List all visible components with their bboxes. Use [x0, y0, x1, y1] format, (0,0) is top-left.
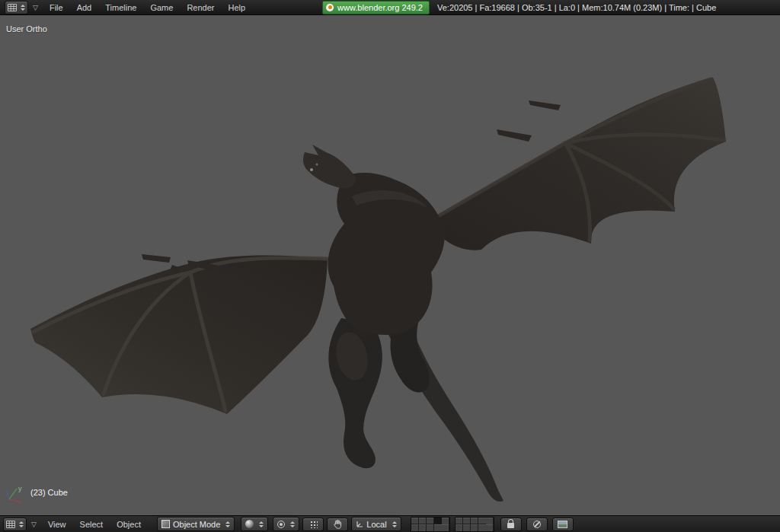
header-collapse-icon[interactable]: ▽ — [28, 4, 43, 11]
render-image-icon — [558, 521, 567, 528]
layer-toggle[interactable] — [463, 518, 471, 524]
blender-logo-icon — [326, 4, 334, 11]
version-badge-button[interactable]: www.blender.org 249.2 — [322, 1, 430, 14]
layer-buttons-block-1 — [411, 517, 450, 532]
layer-buttons-block-2 — [455, 517, 494, 532]
window-type-arrows-icon — [21, 5, 25, 11]
orientation-label: Local — [366, 520, 386, 529]
object-mode-icon — [161, 520, 170, 528]
dragon-head[interactable] — [303, 145, 356, 188]
layer-toggle[interactable] — [478, 524, 486, 531]
pivot-dropdown[interactable] — [273, 517, 299, 531]
layer-toggle[interactable] — [463, 524, 471, 531]
layer-toggle[interactable] — [411, 518, 419, 524]
proportional-edit-button[interactable] — [526, 518, 548, 531]
menu-item[interactable]: View — [41, 520, 73, 529]
mode-dropdown[interactable]: Object Mode — [157, 517, 235, 531]
menu-item[interactable]: File — [43, 3, 70, 12]
render-preview-button[interactable] — [552, 518, 574, 531]
dropdown-arrows-icon — [290, 521, 295, 527]
dropdown-arrows-icon — [225, 521, 230, 527]
layer-toggle[interactable] — [411, 524, 419, 531]
layer-toggle[interactable] — [434, 518, 442, 524]
dragon-legs[interactable] — [328, 318, 429, 468]
lock-icon — [507, 523, 514, 528]
viewport-3d[interactable]: User Ortho — [0, 15, 780, 515]
editor-type-button[interactable] — [3, 518, 27, 531]
snap-button[interactable] — [302, 518, 324, 531]
layer-toggle[interactable] — [427, 518, 434, 524]
layer-toggle[interactable] — [456, 524, 463, 531]
layer-toggle[interactable] — [434, 524, 442, 531]
layer-toggle[interactable] — [427, 524, 434, 531]
layer-toggle[interactable] — [442, 524, 449, 531]
editor-type-arrows-icon — [19, 521, 24, 527]
top-menu-bar: FileAddTimelineGameRenderHelp — [43, 3, 252, 12]
layer-toggle[interactable] — [456, 518, 463, 524]
shaded-sphere-icon — [245, 520, 254, 528]
snap-grid-icon — [309, 520, 318, 528]
layer-toggle[interactable] — [478, 518, 486, 524]
layer-toggle[interactable] — [486, 524, 494, 531]
active-object-label: (23) Cube — [30, 488, 68, 497]
menu-item[interactable]: Timeline — [98, 3, 143, 12]
menu-item[interactable]: Select — [73, 520, 110, 529]
viewport-menu-bar: ViewSelectObject — [41, 520, 148, 529]
menu-item[interactable]: Help — [221, 3, 252, 12]
mode-label: Object Mode — [173, 520, 220, 529]
menu-item[interactable]: Object — [110, 520, 148, 529]
version-text: www.blender.org 249.2 — [337, 3, 423, 12]
dragon-body[interactable] — [328, 173, 444, 335]
draw-type-dropdown[interactable] — [241, 517, 268, 531]
scene-statistics: Ve:20205 | Fa:19668 | Ob:35-1 | La:0 | M… — [437, 3, 716, 12]
layer-toggle[interactable] — [471, 524, 478, 531]
layer-toggle[interactable] — [419, 524, 427, 531]
dropdown-arrows-icon — [392, 521, 397, 527]
layer-toggle[interactable] — [486, 518, 494, 524]
dragon-left-wing[interactable] — [30, 254, 328, 414]
window-type-button[interactable] — [5, 1, 28, 14]
transform-orientation-dropdown[interactable]: Local — [351, 517, 401, 531]
layer-toggle[interactable] — [471, 518, 478, 524]
window-type-grid-icon — [8, 4, 17, 11]
dragon-right-wing[interactable] — [428, 78, 726, 250]
axes-icon — [356, 521, 363, 528]
hand-icon — [333, 519, 343, 529]
axis-indicator: y — [5, 483, 27, 505]
menu-item[interactable]: Game — [143, 3, 180, 12]
proportional-off-icon — [533, 521, 541, 528]
layer-toggle[interactable] — [419, 518, 427, 524]
editor-type-grid-icon — [6, 521, 15, 528]
dropdown-arrows-icon — [259, 521, 264, 527]
menu-item[interactable]: Render — [180, 3, 221, 12]
top-header: ▽ FileAddTimelineGameRenderHelp www.blen… — [0, 0, 780, 15]
lock-layers-button[interactable] — [500, 518, 522, 531]
manipulator-hand-button[interactable] — [327, 518, 348, 531]
dragon-model[interactable] — [0, 15, 780, 515]
menu-item[interactable]: Add — [70, 3, 99, 12]
pivot-point-icon — [277, 521, 285, 528]
viewport-menu-collapse-icon[interactable]: ▽ — [27, 521, 41, 528]
axis-y-label: y — [18, 485, 22, 492]
layer-toggle[interactable] — [442, 518, 449, 524]
blender-window: { "top_bar": { "menus": ["File", "Add", … — [0, 0, 780, 532]
viewport-header: ▽ ViewSelectObject Object Mode Local — [0, 515, 780, 532]
